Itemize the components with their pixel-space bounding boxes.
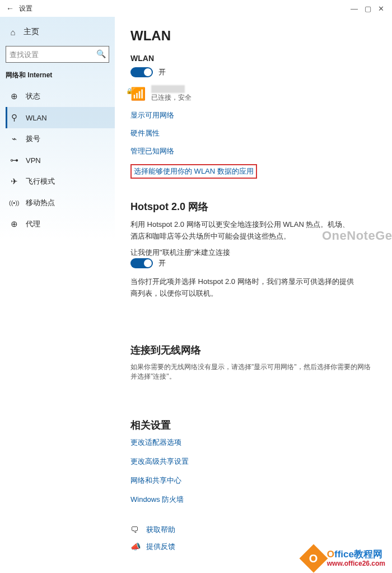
help-icon: 🗨: [130, 525, 141, 534]
link-hardware-props[interactable]: 硬件属性: [130, 128, 376, 138]
sidebar-item-label: VPN: [26, 156, 41, 165]
close-button[interactable]: ✕: [378, 4, 384, 13]
sidebar-item-proxy[interactable]: ⊕ 代理: [6, 213, 115, 235]
home-nav[interactable]: ⌂ 主页: [6, 22, 115, 41]
minimize-button[interactable]: ―: [351, 4, 358, 13]
link-firewall[interactable]: Windows 防火墙: [130, 495, 376, 505]
wifi-secure-icon: 📶🔒: [130, 87, 146, 101]
hotspot-icon: ((•)): [9, 199, 19, 206]
sidebar-item-label: WLAN: [26, 114, 47, 122]
hotspot-title: Hotspot 2.0 网络: [130, 200, 376, 213]
ssid-redacted: [151, 85, 185, 93]
sidebar-item-label: 移动热点: [26, 198, 55, 208]
sidebar-item-label: 代理: [26, 219, 40, 229]
connect-desc: 如果你需要的无线网络没有显示，请选择"显示可用网络"，然后选择你需要的网络并选择…: [130, 362, 376, 381]
get-help-label: 获取帮助: [146, 525, 175, 535]
proxy-icon: ⊕: [9, 219, 19, 229]
hotspot-desc: 利用 Hotspot 2.0 网络可以更安全地连接到公用 WLAN 热点。机场、…: [130, 219, 354, 243]
get-help-link[interactable]: 🗨 获取帮助: [130, 525, 376, 535]
feedback-label: 提供反馈: [146, 542, 175, 552]
logo-line2: www.office26.com: [327, 560, 385, 567]
sidebar-item-airplane[interactable]: ✈ 飞行模式: [6, 171, 115, 192]
lock-icon: 🔒: [126, 88, 133, 94]
link-network-center[interactable]: 网络和共享中心: [130, 476, 376, 486]
dialup-icon: ⌁: [9, 134, 19, 144]
sidebar-item-label: 飞行模式: [26, 176, 55, 187]
sidebar-item-wlan[interactable]: ⚲ WLAN: [6, 107, 115, 128]
home-label: 主页: [24, 27, 39, 37]
footer-logo: O Office教程网 www.office26.com: [304, 548, 385, 569]
connection-status: 已连接，安全: [151, 93, 192, 103]
back-button[interactable]: ←: [3, 4, 17, 13]
titlebar: ← 设置 ― ▢ ✕: [0, 0, 392, 17]
related-title: 相关设置: [130, 418, 376, 432]
app-title: 设置: [19, 4, 32, 13]
wlan-toggle-state: 开: [158, 67, 166, 77]
feedback-icon: 📣: [130, 542, 141, 552]
search-input[interactable]: [6, 46, 109, 63]
link-show-networks[interactable]: 显示可用网络: [130, 110, 376, 120]
hotspot-toggle[interactable]: [130, 258, 153, 268]
sidebar-item-vpn[interactable]: ⊶ VPN: [6, 150, 115, 171]
content-pane: WLAN WLAN 开 📶🔒 已连接，安全 显示可用网络 硬件属性 管理已知网络…: [115, 17, 392, 573]
hotspot-toggle-state: 开: [158, 258, 166, 268]
link-advanced-sharing[interactable]: 更改高级共享设置: [130, 456, 376, 467]
link-choose-apps[interactable]: 选择能够使用你的 WLAN 数据的应用: [130, 164, 257, 179]
connect-title: 连接到无线网络: [130, 343, 376, 357]
connected-network-row[interactable]: 📶🔒 已连接，安全: [130, 85, 376, 103]
wlan-toggle[interactable]: [130, 67, 153, 77]
maximize-button[interactable]: ▢: [365, 4, 371, 13]
link-manage-known[interactable]: 管理已知网络: [130, 146, 376, 156]
sidebar-item-label: 拨号: [26, 134, 40, 144]
airplane-icon: ✈: [9, 176, 19, 187]
link-adapter-options[interactable]: 更改适配器选项: [130, 437, 376, 448]
wifi-icon: ⚲: [9, 113, 19, 123]
sidebar: ⌂ 主页 🔍 网络和 Internet ⊕ 状态 ⚲ WLAN ⌁ 拨: [0, 17, 115, 573]
sidebar-item-hotspot[interactable]: ((•)) 移动热点: [6, 192, 115, 213]
vpn-icon: ⊶: [9, 155, 19, 165]
hotspot-note: 当你打开此项并选择 Hotspot 2.0 网络时，我们将显示可供选择的提供商列…: [130, 276, 354, 300]
hotspot-toggle-label: 让我使用"联机注册"来建立连接: [130, 247, 354, 259]
wlan-subheader: WLAN: [130, 54, 376, 63]
sidebar-item-status[interactable]: ⊕ 状态: [6, 86, 115, 107]
search-icon: 🔍: [96, 49, 106, 58]
status-icon: ⊕: [9, 91, 19, 101]
sidebar-item-dialup[interactable]: ⌁ 拨号: [6, 128, 115, 150]
logo-line1: Office教程网: [327, 549, 385, 560]
home-icon: ⌂: [8, 27, 18, 37]
logo-icon: O: [299, 544, 328, 573]
sidebar-item-label: 状态: [26, 91, 40, 101]
sidebar-section-label: 网络和 Internet: [6, 71, 115, 80]
page-title: WLAN: [130, 28, 376, 44]
